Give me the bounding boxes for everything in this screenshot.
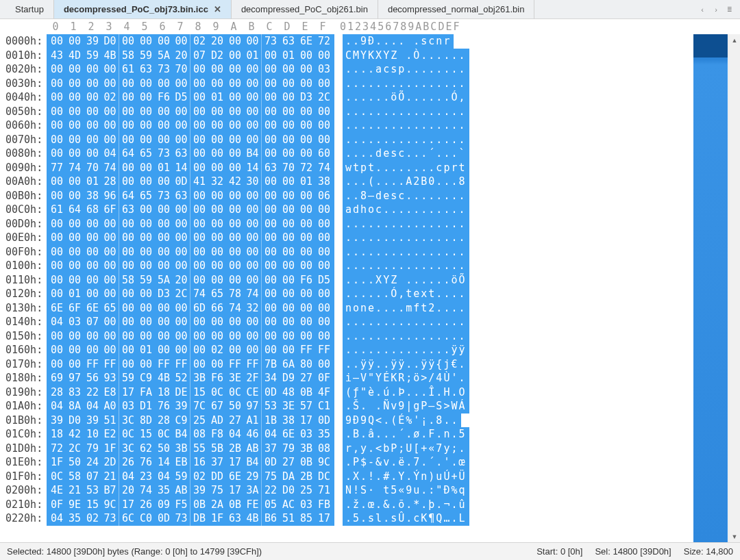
ascii[interactable]: ................ <box>343 245 469 259</box>
bytes[interactable]: 6164686F630000000000000000000000 <box>47 203 334 217</box>
close-icon[interactable]: ✕ <box>214 4 221 14</box>
hex-row[interactable]: 0010h:434D594B58595A2007D2000100010000CM… <box>0 49 469 63</box>
ascii[interactable]: .X.!.#.Y.Ýn)uÚ+Ü <box>343 470 469 484</box>
ascii[interactable]: adhoc........... <box>343 203 469 217</box>
hex-row[interactable]: 0030h:00000000000000000000000000000000..… <box>0 77 469 91</box>
hex-row[interactable]: 0020h:00000000616373700000000000000003..… <box>0 62 469 77</box>
hex-row[interactable]: 0220h:043502736CC00D73DB1F634BB6518517.5… <box>0 511 469 526</box>
chevron-right-icon[interactable]: › <box>710 3 722 16</box>
hex-row[interactable]: 0050h:00000000000000000000000000000000..… <box>0 105 469 119</box>
hex-row[interactable]: 00E0h:00000000000000000000000000000000..… <box>0 231 469 245</box>
hex-row[interactable]: 01D0h:722C791F3C62503B555B2BAB37793B08r,… <box>0 442 469 456</box>
bytes[interactable]: 39D039513C8D28C925AD27A11B38170D <box>47 413 334 428</box>
hex-row[interactable]: 0210h:0F9E159C172609F50B2A0BFE05AC03FB.ž… <box>0 498 469 512</box>
bytes[interactable]: 0F9E159C172609F50B2A0BFE05AC03FB <box>47 498 334 512</box>
ascii[interactable]: ..............ÿÿ <box>343 343 469 357</box>
ascii[interactable]: ..ÿÿ..ÿÿ..ÿÿ{j€. <box>343 357 469 372</box>
ascii[interactable]: wtpt........cprt <box>343 161 469 175</box>
ascii[interactable]: .Š. .Ñv9|gP—S>WÁ <box>343 399 469 413</box>
hex-row[interactable]: 0200h:4E2153B7207435AB3975173A22D02571N!… <box>0 483 469 498</box>
ascii[interactable]: 9Ð9Q<.(É%­'¡.8.. <box>343 413 461 428</box>
hex-row[interactable]: 01B0h:39D039513C8D28C925AD27A11B38170D9Ð… <box>0 413 469 428</box>
hex-row[interactable]: 0000h:000039D0000000000220000073636E72..… <box>0 34 469 49</box>
hex-row[interactable]: 0130h:6E6F6E65000000006D66743200000000no… <box>0 301 469 316</box>
chevron-left-icon[interactable]: ‹ <box>696 3 708 16</box>
tab[interactable]: decompressed_PoC_obj73.bin.icc✕ <box>54 0 232 18</box>
hex-row[interactable]: 00C0h:6164686F630000000000000000000000ad… <box>0 203 469 217</box>
hex-row[interactable]: 0080h:0000000464657363000000B400000060..… <box>0 147 469 161</box>
bytes[interactable]: 00000000000000000000000000000000 <box>47 231 334 245</box>
ascii[interactable]: ....XYZ ......öÕ <box>343 273 469 288</box>
hex-row[interactable]: 0070h:00000000000000000000000000000000..… <box>0 133 469 147</box>
hex-row[interactable]: 00D0h:00000000000000000000000000000000..… <box>0 217 469 231</box>
bytes[interactable]: 0C5807210423045902DD6E2975DA2BDC <box>47 470 334 484</box>
ascii[interactable]: (ƒ"è.ú.Þ...Î.H.O <box>343 385 469 400</box>
bytes[interactable]: 000000020000F6D5000100000000D32C <box>47 90 334 105</box>
hex-row[interactable]: 0160h:0000000000010000000200000000FFFF..… <box>0 343 469 357</box>
ascii[interactable]: ................ <box>343 231 469 245</box>
ascii[interactable]: .P$-&v.ë.7.´.'.œ <box>343 455 469 470</box>
ascii[interactable]: ................ <box>343 217 469 231</box>
hex-row[interactable]: 0060h:00000000000000000000000000000000..… <box>0 118 469 133</box>
bytes[interactable]: 434D594B58595A2007D2000100010000 <box>47 49 334 63</box>
bytes[interactable]: 77747074000001140000001463707274 <box>47 161 334 175</box>
bytes[interactable]: 00000000000000000000000000000000 <box>47 217 334 231</box>
bytes[interactable]: 1F50242D267614EB163717B40D270B9C <box>47 455 334 470</box>
scroll-up-icon[interactable]: ▲ <box>729 34 740 46</box>
bytes[interactable]: 048A04A003D176397C675097533E57C1 <box>47 399 334 413</box>
bytes[interactable]: 00000000000000000000000000000000 <box>47 105 334 119</box>
bytes[interactable]: 6997569359C94B523BF63E2F34D9270F <box>47 371 334 385</box>
bytes[interactable]: 184210E20C150CB408F80446046E0335 <box>47 427 334 442</box>
bytes[interactable]: 722C791F3C62503B555B2BAB37793B08 <box>47 442 334 456</box>
bytes[interactable]: 6E6F6E65000000006D66743200000000 <box>47 301 334 316</box>
ascii[interactable]: none....mft2.... <box>343 301 469 316</box>
tab[interactable]: decompressed_PoC_obj261.bin <box>232 0 378 18</box>
bytes[interactable]: 043502736CC00D73DB1F634BB6518517 <box>47 511 334 526</box>
bytes[interactable]: 00000000000000000000000000000000 <box>47 329 334 344</box>
scroll-down-icon[interactable]: ▼ <box>729 531 740 542</box>
bytes[interactable]: 00000000000000000000000000000000 <box>47 259 334 273</box>
ascii[interactable]: ................ <box>343 329 469 344</box>
bytes[interactable]: 00003896646573630000000000000006 <box>47 189 334 203</box>
bytes[interactable]: 4E2153B7207435AB3975173A22D02571 <box>47 483 334 498</box>
ascii[interactable]: CMYKXYZ .Ò...... <box>343 49 469 63</box>
ascii[interactable]: ................ <box>343 315 469 329</box>
hex-row[interactable]: 0120h:000100000000D32C7465787400000000..… <box>0 287 469 301</box>
hex-row[interactable]: 01F0h:0C5807210423045902DD6E2975DA2BDC.X… <box>0 470 469 484</box>
hex-row[interactable]: 0040h:000000020000F6D5000100000000D32C..… <box>0 90 469 105</box>
bytes[interactable]: 0000000000010000000200000000FFFF <box>47 343 334 357</box>
ascii[interactable]: ................ <box>343 133 469 147</box>
hex-row[interactable]: 0150h:00000000000000000000000000000000..… <box>0 329 469 344</box>
bytes[interactable]: 0000FFFF0000FFFF0000FFFF7B6A8000 <box>47 357 334 372</box>
hex-row[interactable]: 0090h:77747074000001140000001463707274wt… <box>0 161 469 175</box>
hex-row[interactable]: 00A0h:000001280000000D4132423000000138..… <box>0 175 469 189</box>
bytes[interactable]: 04030700000000000000000000000000 <box>47 315 334 329</box>
ascii[interactable]: .5.sl.sÛ.cK¶Q….L <box>343 511 469 526</box>
ascii[interactable]: N!S· t5«9u.:"Ð%q <box>343 483 469 498</box>
bytes[interactable]: 00000000000000000000000000000000 <box>47 118 334 133</box>
ascii[interactable]: i—V"YÉKR;ö>/4Ù'. <box>343 371 469 385</box>
ascii[interactable]: r,y.<bP;U[+«7y;. <box>343 442 469 456</box>
bytes[interactable]: 0000000464657363000000B400000060 <box>47 147 334 161</box>
hex-row[interactable]: 0140h:04030700000000000000000000000000..… <box>0 315 469 329</box>
ascii[interactable]: ...(....A2B0...8 <box>343 175 469 189</box>
hex-row[interactable]: 01C0h:184210E20C150CB408F80446046E0335.B… <box>0 427 469 442</box>
hex-row[interactable]: 0110h:0000000058595A20000000000000F6D5..… <box>0 273 469 288</box>
hex-viewer[interactable]: 0123456789ABCDEF 0123456789ABCDEF 0000h:… <box>0 19 469 542</box>
hex-row[interactable]: 00B0h:00003896646573630000000000000006..… <box>0 189 469 203</box>
bytes[interactable]: 00000000000000000000000000000000 <box>47 133 334 147</box>
ascii[interactable]: ................ <box>343 105 469 119</box>
tab[interactable]: decompressed_normal_obj261.bin <box>378 0 534 18</box>
ascii[interactable]: .B.â...´.ø.F.n.5 <box>343 427 469 442</box>
ascii[interactable]: ......öÕ......Ó, <box>343 90 469 105</box>
bytes[interactable]: 000039D0000000000220000073636E72 <box>47 34 334 49</box>
tab[interactable]: Startup <box>5 0 54 18</box>
overflow-icon[interactable]: ≣ <box>724 3 736 16</box>
ascii[interactable]: ....desc...´...` <box>343 147 469 161</box>
ascii[interactable]: ................ <box>343 118 469 133</box>
ascii[interactable]: ..9Ð.... .scnr <box>343 34 454 49</box>
ascii[interactable]: ................ <box>343 259 469 273</box>
bytes[interactable]: 00000000616373700000000000000003 <box>47 62 334 77</box>
hex-row[interactable]: 0100h:00000000000000000000000000000000..… <box>0 259 469 273</box>
bytes[interactable]: 00000000000000000000000000000000 <box>47 77 334 91</box>
